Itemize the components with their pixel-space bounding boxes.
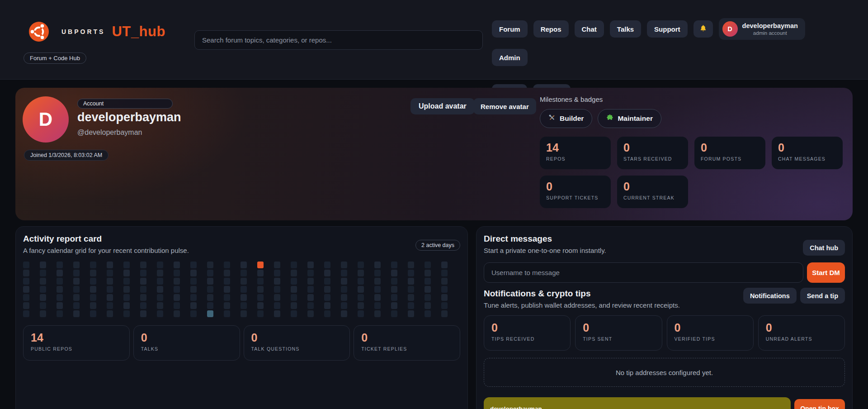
nav-support-button[interactable]: Support — [647, 20, 688, 38]
stat-label: TICKET REPLIES — [361, 346, 453, 352]
activity-cell — [425, 270, 431, 276]
nav-forum-button[interactable]: Forum — [492, 20, 528, 38]
activity-cell — [224, 294, 230, 301]
activity-cell — [123, 294, 130, 301]
activity-cell — [90, 302, 96, 309]
activity-cell — [257, 310, 264, 317]
activity-cell — [441, 278, 448, 285]
activity-cell — [23, 310, 29, 317]
stat-value: 0 — [491, 321, 563, 334]
activity-cell — [174, 310, 180, 317]
activity-cell — [174, 262, 180, 268]
tools-icon — [548, 114, 556, 123]
activity-cell — [57, 302, 63, 309]
activity-cell — [73, 286, 80, 293]
activity-cell — [23, 302, 29, 309]
stat-card-unread-alerts: 0 UNREAD ALERTS — [758, 315, 845, 351]
activity-cell — [40, 302, 46, 309]
open-tipbox-button[interactable]: Open tip box — [794, 399, 845, 409]
activity-cell — [207, 302, 213, 309]
activity-cell — [73, 302, 80, 309]
nav-admin-button[interactable]: Admin — [492, 49, 528, 66]
stat-label: TALKS — [141, 346, 232, 352]
activity-cell — [73, 310, 80, 317]
activity-cell — [307, 262, 314, 268]
activity-cell — [207, 286, 213, 293]
activity-cell — [274, 262, 280, 268]
remove-avatar-button[interactable]: Remove avatar — [473, 98, 536, 114]
activity-cell — [90, 310, 96, 317]
activity-cell — [107, 270, 113, 276]
notifications-bell-button[interactable] — [693, 20, 713, 38]
activity-cell — [90, 294, 96, 301]
activity-cell — [391, 270, 397, 276]
activity-cell — [107, 262, 113, 268]
activity-cell — [307, 310, 314, 317]
maintainer-badge-label: Maintainer — [618, 114, 653, 123]
nav-talks-button[interactable]: Talks — [610, 20, 641, 38]
stat-value: 0 — [675, 321, 746, 334]
activity-cell — [190, 310, 197, 317]
activity-cell — [291, 286, 297, 293]
profile-avatar: D — [23, 96, 69, 143]
activity-cell — [40, 278, 46, 285]
header: UBPORTS UT_hub Forum + Code Hub Forum Re… — [0, 0, 868, 80]
activity-head: Activity report card A fancy calendar gr… — [23, 234, 460, 254]
activity-cell — [358, 262, 364, 268]
nav-chat-button[interactable]: Chat — [575, 20, 604, 38]
activity-cell — [291, 278, 297, 285]
activity-cell — [90, 262, 96, 268]
activity-cell — [174, 278, 180, 285]
activity-cell — [123, 270, 130, 276]
active-days-badge: 2 active days — [415, 240, 460, 251]
activity-cell — [23, 278, 29, 285]
activity-cell — [274, 270, 280, 276]
dm-username-input[interactable] — [484, 262, 803, 283]
user-menu[interactable]: D developerbayman admin account — [719, 18, 805, 40]
activity-cell — [23, 294, 29, 301]
activity-cell — [324, 262, 330, 268]
bell-icon — [699, 24, 707, 33]
activity-cell — [307, 278, 314, 285]
start-dm-button[interactable]: Start DM — [807, 262, 845, 283]
milestones-title: Milestones & badges — [540, 95, 603, 103]
search-input[interactable] — [194, 30, 483, 50]
activity-cell — [174, 294, 180, 301]
account-badge: Account — [77, 99, 173, 109]
activity-cell — [190, 270, 197, 276]
stat-card-stars: 0 STARS RECEIVED — [617, 137, 688, 169]
notifications-button[interactable]: Notifications — [743, 288, 797, 304]
stat-label: SUPPORT TICKETS — [546, 195, 604, 200]
activity-cell — [358, 278, 364, 285]
builder-badge: Builder — [540, 109, 592, 128]
activity-cell — [140, 278, 146, 285]
stat-card-support-tickets: 0 SUPPORT TICKETS — [540, 176, 611, 208]
activity-cell — [274, 286, 280, 293]
stat-label: STARS RECEIVED — [623, 156, 682, 162]
messages-tips-panel: Direct messages Start a private one-to-o… — [476, 226, 853, 409]
activity-cell — [441, 270, 448, 276]
activity-cell — [90, 278, 96, 285]
activity-cell — [408, 302, 414, 309]
activity-cell — [274, 278, 280, 285]
joined-badge: Joined 1/3/2026, 8:03:02 AM — [24, 150, 108, 161]
activity-cell — [374, 262, 381, 268]
activity-cell — [123, 310, 130, 317]
stat-label: VERIFIED TIPS — [675, 336, 746, 342]
activity-cell — [241, 262, 247, 268]
activity-cell — [57, 262, 63, 268]
nav-repos-button[interactable]: Repos — [533, 20, 569, 38]
activity-cell — [107, 310, 113, 317]
activity-cell — [40, 310, 46, 317]
send-tip-button[interactable]: Send a tip — [800, 288, 845, 304]
activity-cell — [73, 262, 80, 268]
activity-cell — [23, 286, 29, 293]
avatar: D — [722, 21, 738, 37]
upload-avatar-button[interactable]: Upload avatar — [410, 98, 475, 114]
activity-cell — [224, 310, 230, 317]
stat-label: CURRENT STREAK — [623, 195, 682, 200]
activity-cell — [307, 286, 314, 293]
chat-hub-button[interactable]: Chat hub — [803, 240, 845, 256]
activity-cell — [123, 302, 130, 309]
stat-value: 0 — [141, 331, 232, 344]
